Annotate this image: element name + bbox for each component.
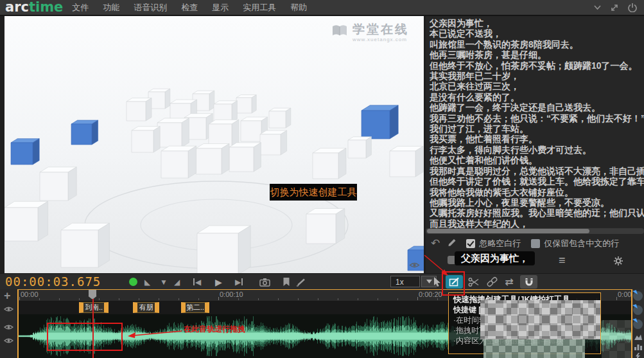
speed-select[interactable]: 1x (390, 276, 420, 287)
ruler-tick (437, 298, 438, 300)
menu-item-2[interactable]: 功能 (96, 0, 126, 15)
subtitle-text-line[interactable]: 其实我那年已二十岁， (430, 71, 644, 81)
level-knob[interactable] (633, 291, 643, 301)
menu-item-5[interactable]: 显示 (205, 0, 236, 15)
transport-bar: 00:00:03.675 ◣ ▼ ◢ ◀ ▶ ▶ 1x ⇄ (0, 273, 644, 290)
ruler-tick (318, 298, 318, 300)
subtitle-text-line[interactable]: 是没有什么要紧的了。 (430, 92, 644, 102)
subtitle-text-line[interactable]: 北京已来往过两三次， (430, 81, 644, 91)
censor-mosaic (602, 320, 631, 358)
fullscreen-icon[interactable] (610, 3, 619, 12)
ruler-tick (218, 297, 219, 300)
list-icon[interactable]: ≡ (559, 254, 566, 267)
ruler-tick (19, 297, 20, 300)
subtitle-text-line[interactable]: 我再三劝他不必去；他只说：“不要紧，他们去不好！” (430, 113, 644, 123)
subtitle-block[interactable]: 到南.. (79, 302, 109, 313)
subtitle-text-line[interactable]: 叫旅馆里一个熟识的茶房8陪我同去。 (430, 39, 644, 49)
menu-item-3[interactable]: 语音识别 (126, 0, 174, 15)
level-knob[interactable] (633, 305, 643, 315)
subtitle-text-line[interactable]: 他再三嘱咐茶房，甚是仔细。 (430, 49, 644, 60)
ruler-tick (178, 298, 179, 300)
ruler-tick (278, 298, 279, 300)
ignore-blank-checkbox[interactable] (466, 239, 475, 248)
quick-create-tool[interactable] (446, 275, 463, 289)
arctime-window: arctime 文件功能语音识别检查显示实用工具帮助 学堂在线 www.xuet… (0, 0, 644, 358)
ruler-tick (397, 298, 398, 300)
next-frame-icon[interactable]: ▶ (235, 274, 243, 290)
subtitle-text-line[interactable]: 我们过了江，进了车站。 (430, 123, 644, 134)
chevron-down-icon[interactable] (593, 4, 602, 11)
bookmark-icon[interactable] (283, 274, 290, 290)
move-down-icon[interactable]: ▼ (160, 274, 168, 290)
level-knob[interactable] (633, 319, 643, 329)
ruler-tick (139, 298, 139, 300)
playhead-line (92, 299, 94, 358)
gear-icon[interactable] (613, 256, 623, 269)
align-end-icon[interactable]: ◢ (174, 274, 180, 290)
marker-pen-icon[interactable] (296, 274, 306, 290)
subtitle-text-line[interactable]: 但他终于讲定了价钱；就送我上车。他给我拣定了靠车门的 (430, 176, 644, 186)
track-header: + (0, 289, 19, 358)
audio-track2-eye-icon[interactable] (4, 335, 13, 346)
menubar: arctime 文件功能语音识别检查显示实用工具帮助 (0, 0, 644, 16)
select-cursor-tool[interactable] (431, 275, 443, 289)
subtitle-text-line[interactable]: 他踌躇了一会，终于决定还是自己送我去。 (430, 102, 644, 112)
timeline: + 00:000:00:100:00:200:00:30 到南..有朋第二.. … (0, 289, 644, 358)
menu-item-7[interactable]: 帮助 (283, 0, 314, 15)
menu-item-1[interactable]: 文件 (65, 0, 96, 15)
subtitle-text-line[interactable]: 他便又忙着和他们讲价钱。 (430, 155, 644, 165)
menu-item-6[interactable]: 实用工具 (236, 0, 283, 15)
timecode-display: 00:00:03.675 (5, 274, 101, 290)
magnet-icon[interactable] (520, 275, 537, 289)
subtitle-text-line[interactable]: 他嘱我路上小心，夜里要警醒些，不要受凉。 (430, 197, 644, 208)
timeline-top-border (18, 289, 632, 290)
watermark-title: 学堂在线 (352, 22, 409, 37)
subtitle-text-panel: 父亲因为事忙，本已说定不送我，叫旅馆里一个熟识的茶房8陪我同去。他再三嘱咐茶房，… (426, 16, 644, 273)
video-eye-icon[interactable] (409, 260, 420, 271)
add-track-button[interactable]: + (4, 289, 11, 303)
book-icon (331, 22, 349, 42)
ruler-tick (198, 298, 199, 300)
undo-icon[interactable]: ↶ (431, 237, 440, 250)
ruler-tick (238, 298, 239, 300)
subtitle-text-line[interactable]: 又嘱托茶房好好照应我。我心里暗笑他的迂；他们只认得钱 (430, 208, 644, 218)
switch-tool-tooltip: 切换为快速创建工具 (270, 184, 357, 201)
keep-chinese-checkbox[interactable] (531, 239, 540, 248)
ignore-blank-label: 忽略空白行 (479, 238, 521, 249)
horizontal-scrollbar[interactable] (426, 228, 644, 234)
main-menu: 文件功能语音识别检查显示实用工具帮助 (65, 0, 314, 15)
subtitle-text-line[interactable]: 而且我这样大年纪的人， (430, 219, 644, 229)
subtitle-text-line[interactable]: 本已说定不送我， (430, 28, 644, 39)
menu-item-4[interactable]: 检查 (174, 0, 205, 15)
ruler-label: 0:00:10 (220, 291, 243, 298)
timeline-right-panel (632, 289, 644, 358)
align-start-icon[interactable]: ◣ (144, 274, 150, 290)
subtitle-track-eye-icon[interactable] (4, 303, 13, 315)
lightning-icon[interactable] (634, 351, 641, 358)
subtitle-text-line[interactable]: 但他终于不放心，怕茶房不妥帖；颇踌躇10了一会。 (430, 60, 644, 71)
edit-pencil-icon[interactable] (447, 237, 457, 250)
video-3d-scene (4, 16, 424, 273)
subtitle-text-line[interactable]: 我买票，他忙着照看行李。 (430, 134, 644, 144)
logo-arc: arc (5, 0, 29, 15)
audio-track-eye-icon[interactable] (4, 321, 13, 333)
ruler-tick (378, 298, 378, 300)
power-icon[interactable] (627, 3, 638, 12)
link-icon[interactable] (485, 275, 499, 289)
snapshot-icon[interactable] (259, 274, 270, 290)
subtitle-text-line[interactable]: 我那时真是聪明过分，总觉他说话不大漂亮，非自己插嘴不 (430, 166, 644, 176)
subtitle-block[interactable]: 第二.. (181, 302, 209, 313)
subtitle-text-line[interactable]: 父亲因为事忙， (430, 18, 644, 28)
subtitle-text-line[interactable]: 我将他给我做的紫毛大衣铺好座位。 (430, 187, 644, 197)
swap-icon[interactable]: ⇄ (502, 275, 516, 289)
text-toolbar: ↶ 忽略空白行 仅保留包含中文的行 (426, 235, 644, 252)
subtitle-text-line[interactable]: 行李太多，得向脚夫行些小费才可过去。 (430, 145, 644, 155)
scrollbar-thumb[interactable] (427, 229, 589, 233)
prev-frame-icon[interactable]: ◀ (193, 274, 201, 290)
ruler-tick (258, 298, 259, 300)
watermark: 学堂在线 www.xuetangx.com (331, 22, 409, 42)
ruler-tick (417, 297, 418, 300)
play-icon[interactable]: ▶ (215, 274, 222, 290)
scissors-icon[interactable] (467, 275, 480, 289)
subtitle-block[interactable]: 有朋 (133, 302, 159, 313)
